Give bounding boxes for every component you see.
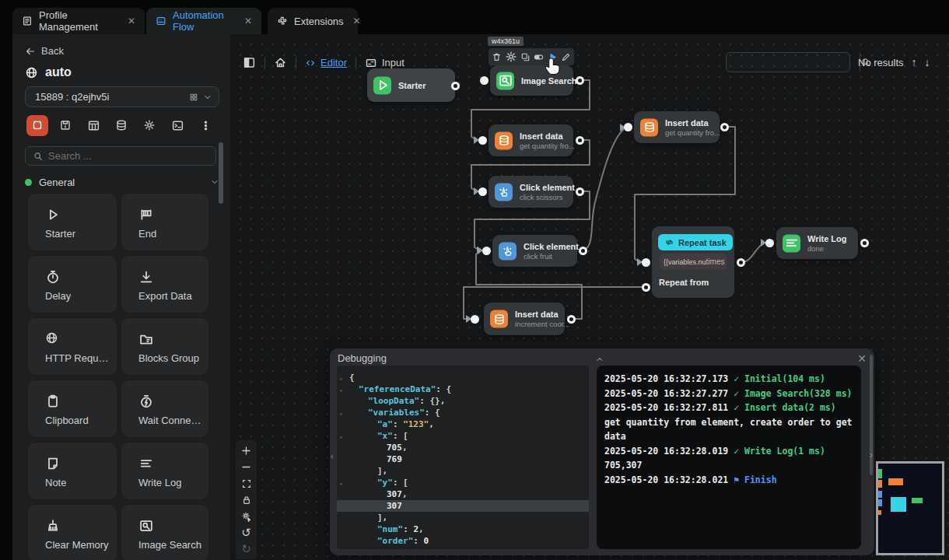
save-button[interactable] (54, 115, 76, 136)
fit-button[interactable] (236, 475, 257, 492)
node-click-scissors[interactable]: Click element click scissors (489, 176, 573, 208)
redo-button[interactable]: ↻ (236, 541, 257, 557)
storage-button[interactable] (110, 115, 132, 136)
node-insert-data-3[interactable]: Insert data increment coor... (484, 303, 565, 335)
output-port-click-scissors[interactable] (576, 187, 584, 196)
minimap[interactable] (876, 461, 944, 555)
more-button[interactable] (194, 115, 216, 136)
json-line[interactable]: ⌄{ (337, 372, 589, 383)
close-icon[interactable]: ✕ (857, 352, 867, 365)
block-card-delay[interactable]: Delay (28, 256, 117, 313)
json-line[interactable]: ⌄"variables": { (337, 407, 589, 418)
block-card-export-data[interactable]: Export Data (121, 256, 208, 313)
close-icon[interactable]: ✕ (128, 16, 135, 26)
tab-automation-flow[interactable]: Automation Flow ✕ (146, 8, 261, 34)
json-line[interactable]: "order": 0 (337, 535, 589, 547)
json-line[interactable]: ], (337, 465, 589, 477)
json-collapse-icon[interactable]: ⌄ (339, 383, 343, 395)
input-port-insert-data-3[interactable] (471, 315, 479, 324)
block-search[interactable] (25, 146, 216, 166)
undo-button[interactable]: ↺ (236, 524, 257, 541)
json-line[interactable]: 705, (337, 442, 589, 453)
sidebar-toggle-icon[interactable] (243, 56, 256, 69)
chevron-left-icon[interactable]: ‹ (331, 451, 334, 460)
sidebar-scrollbar[interactable] (219, 142, 223, 204)
block-card-note[interactable]: Note (28, 443, 117, 499)
table-button[interactable] (82, 115, 104, 136)
tab-profile-management[interactable]: Profile Management ✕ (12, 8, 145, 34)
blocks-button[interactable] (26, 115, 48, 136)
json-line[interactable]: 307 (337, 500, 589, 512)
home-icon[interactable] (274, 56, 287, 69)
toggle-icon[interactable] (533, 51, 545, 63)
block-search-input[interactable] (48, 150, 208, 162)
block-card-wait-connecti-[interactable]: Wait Connecti... (121, 380, 208, 437)
input-port-insert-data-2[interactable] (624, 123, 632, 131)
close-icon[interactable]: ✕ (244, 16, 252, 26)
json-collapse-icon[interactable]: ⌄ (339, 430, 343, 442)
chevron-right-icon[interactable]: › (870, 450, 873, 460)
input-port-image-search[interactable] (480, 76, 489, 85)
output-port-repeat-task[interactable] (737, 258, 745, 267)
output-port-insert-data-1[interactable] (576, 136, 584, 145)
block-card-blocks-group[interactable]: Blocks Group (121, 318, 208, 375)
minus-button[interactable] (236, 459, 257, 475)
section-general[interactable]: General (25, 174, 219, 190)
back-button[interactable]: Back (25, 45, 64, 57)
node-insert-data-1[interactable]: Insert data get quantity fro... (489, 124, 573, 156)
output-port-insert-data-3[interactable] (567, 315, 576, 324)
search-prev-button[interactable]: ↑ (912, 56, 917, 68)
block-card-image-search[interactable]: Image Search (121, 505, 208, 560)
canvas-search-input[interactable] (727, 53, 860, 72)
output-port-image-search[interactable] (576, 76, 584, 85)
trash-icon[interactable] (492, 52, 502, 62)
output-port-starter[interactable] (451, 82, 460, 90)
json-line[interactable]: "loopData": {}, (337, 395, 589, 407)
json-line[interactable]: ], (337, 512, 589, 523)
debug-json-tree[interactable]: ⌄{⌄"referenceData": {"loopData": {},⌄"va… (337, 366, 589, 549)
block-card-write-log[interactable]: Write Log (121, 443, 208, 499)
json-collapse-icon[interactable]: ⌄ (339, 372, 343, 383)
duplicate-icon[interactable] (520, 52, 531, 62)
output-port-write-log[interactable] (860, 239, 869, 247)
node-write-log[interactable]: Write Log done (776, 227, 858, 259)
json-line[interactable]: ⌄"y": [ (337, 477, 589, 488)
debug-log[interactable]: 2025-05-20 16:32:27.173 ✓ Initial(104 ms… (597, 366, 861, 549)
plus-button[interactable] (236, 443, 257, 459)
close-icon[interactable]: ✕ (353, 16, 361, 26)
json-collapse-icon[interactable]: ⌄ (339, 407, 343, 418)
repeat-times-field[interactable]: {{variables.nu times (660, 254, 727, 270)
input-port-click-fruit[interactable] (482, 247, 491, 255)
tab-input[interactable]: Input (365, 57, 404, 69)
block-card-http-request[interactable]: HTTP Request (28, 318, 117, 375)
input-port-repeat-task[interactable] (642, 258, 650, 267)
tab-editor[interactable]: Editor (305, 57, 347, 68)
tab-extensions[interactable]: Extensions ✕ (268, 8, 358, 34)
block-card-clipboard[interactable]: Clipboard (28, 380, 117, 437)
terminal-button[interactable] (166, 115, 188, 136)
json-line[interactable]: "num": 2, (337, 523, 589, 535)
json-line[interactable]: 307, (337, 488, 589, 500)
input-port-click-scissors[interactable] (478, 187, 487, 196)
json-collapse-icon[interactable]: ⌄ (339, 477, 343, 488)
json-line[interactable]: ⌄"referenceData": { (337, 383, 589, 395)
node-click-fruit[interactable]: Click element click fruit (492, 235, 577, 267)
workflow-select[interactable]: 15889 : q2ejhv5i (25, 86, 219, 107)
search-next-button[interactable]: ↓ (925, 56, 930, 68)
json-line[interactable]: "a": "123", (337, 418, 589, 430)
json-line[interactable]: 769 (337, 453, 589, 465)
output-port-insert-data-2[interactable] (720, 123, 729, 131)
block-card-starter[interactable]: Starter (28, 194, 117, 250)
settings-button[interactable] (138, 115, 160, 136)
output-port-click-fruit[interactable] (579, 247, 587, 255)
node-insert-data-2[interactable]: Insert data get quantity fro... (634, 111, 720, 143)
pencil-icon[interactable] (561, 52, 571, 62)
repeat-from-port[interactable] (642, 283, 650, 292)
input-port-insert-data-1[interactable] (478, 136, 487, 145)
block-card-end[interactable]: End (121, 194, 208, 250)
json-line[interactable]: ⌄"x": [ (337, 430, 589, 442)
node-starter[interactable]: Starter (367, 68, 455, 102)
gear-icon[interactable] (505, 51, 517, 63)
gear-cursor-button[interactable] (236, 508, 257, 524)
block-card-clear-memory[interactable]: Clear Memory (28, 505, 117, 560)
